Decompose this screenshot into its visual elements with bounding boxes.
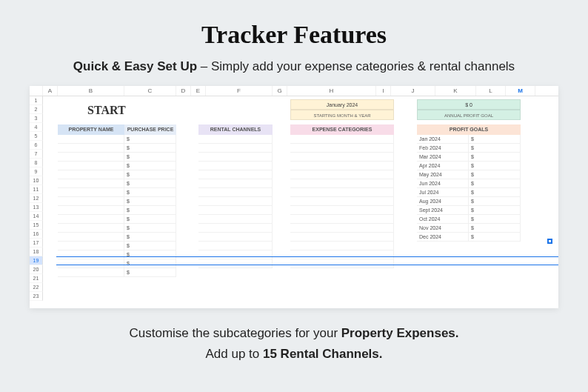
subtitle-rest: – Simply add your expense categories & r… [197, 59, 515, 73]
annual-profit-label: ANNUAL PROFIT GOAL [417, 110, 521, 120]
sheet-content: START January 2024 STARTING MONTH & YEAR… [43, 96, 558, 308]
start-label: START [87, 104, 126, 117]
spreadsheet-preview: A B C D E F G H I J K L M 123 456 789 10… [30, 86, 558, 308]
profit-goals-table[interactable]: Jan 2024$ Feb 2024$ Mar 2024$ Apr 2024$ … [417, 135, 521, 242]
subtitle: Quick & Easy Set Up – Simply add your ex… [73, 59, 515, 74]
rental-channels-table[interactable] [198, 135, 273, 268]
annual-profit-value[interactable]: $ 0 [417, 99, 521, 110]
starting-month-value[interactable]: January 2024 [290, 99, 394, 110]
column-letters: A B C D E F G H I J K L M [30, 86, 558, 96]
property-table[interactable]: $ $ $ $ $ $ $ $ $ $ $ $ $ $ $ $ [58, 135, 176, 277]
subtitle-bold: Quick & Easy Set Up [73, 59, 197, 73]
expense-categories-table[interactable] [290, 135, 394, 268]
header-expense-categories: EXPENSE CATEGORIES [290, 124, 394, 135]
header-rental-channels: RENTAL CHANNELS [198, 124, 273, 135]
footer-line-2: Add up to 15 Rental Channels. [205, 347, 382, 362]
starting-month-label: STARTING MONTH & YEAR [290, 110, 394, 120]
header-profit-goals: PROFIT GOALS [417, 124, 521, 135]
row-numbers: 123 456 789 101112 131415 161718 192021 … [30, 96, 43, 301]
footer-line-1: Customise the subcategories for your Pro… [129, 326, 458, 341]
header-property-name: PROPERTY NAME [58, 124, 124, 135]
header-purchase-price: PURCHASE PRICE [124, 124, 176, 135]
page-title: Tracker Features [201, 21, 387, 49]
selection-handle-icon[interactable] [547, 239, 552, 244]
